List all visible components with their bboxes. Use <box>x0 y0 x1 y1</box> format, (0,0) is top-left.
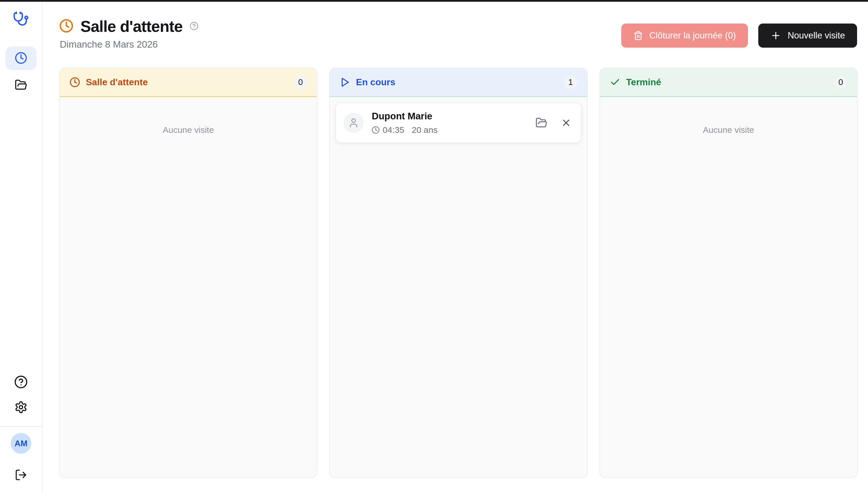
visit-info: Dupont Marie 04:35 20 ans <box>372 111 437 135</box>
clock-icon <box>69 77 80 87</box>
column-waiting-room-body: Aucune visite <box>60 97 317 477</box>
open-patient-file-button[interactable] <box>535 117 547 129</box>
new-visit-button[interactable]: Nouvelle visite <box>758 23 857 48</box>
help-button[interactable] <box>14 375 28 390</box>
column-count-badge: 0 <box>294 76 307 89</box>
column-done-body: Aucune visite <box>600 97 857 477</box>
close-day-button[interactable]: Clôturer la journée (0) <box>621 23 748 48</box>
gear-icon <box>14 401 27 415</box>
logout-icon <box>15 469 27 482</box>
column-in-progress: En cours 1 Dupont Marie <box>329 68 587 478</box>
heading-block: Salle d'attente Dimanche 8 Mars 2026 <box>59 17 199 50</box>
stethoscope-icon <box>13 23 29 28</box>
column-waiting-room: Salle d'attente 0 Aucune visite <box>59 68 317 478</box>
close-icon <box>561 117 572 128</box>
sidebar-nav <box>5 46 37 97</box>
patient-avatar <box>344 113 364 133</box>
empty-state-text: Aucune visite <box>65 125 311 135</box>
help-circle-icon <box>14 375 28 390</box>
sidebar-item-waiting-room[interactable] <box>5 46 37 70</box>
column-count-badge: 0 <box>834 76 847 89</box>
user-avatar[interactable]: AM <box>11 433 31 454</box>
column-done: Terminé 0 Aucune visite <box>599 68 857 478</box>
empty-state-text: Aucune visite <box>606 125 851 135</box>
sidebar-item-patient-files[interactable] <box>5 73 37 97</box>
waiting-room-clock-icon <box>59 19 74 34</box>
settings-button[interactable] <box>14 401 27 415</box>
avatar-initials: AM <box>14 439 27 448</box>
new-visit-button-label: Nouvelle visite <box>788 30 845 41</box>
patient-age: 20 ans <box>412 125 437 135</box>
visit-card[interactable]: Dupont Marie 04:35 20 ans <box>335 103 581 143</box>
trash-icon <box>633 31 643 40</box>
column-in-progress-header: En cours 1 <box>330 68 587 97</box>
folder-open-icon <box>535 117 547 129</box>
plus-icon <box>770 30 781 41</box>
visit-card-actions <box>535 117 572 129</box>
main-content: Salle d'attente Dimanche 8 Mars 2026 Clô… <box>42 2 868 493</box>
kanban-board: Salle d'attente 0 Aucune visite En cours <box>59 68 857 478</box>
column-in-progress-body: Dupont Marie 04:35 20 ans <box>330 97 587 477</box>
folder-open-icon <box>15 79 27 92</box>
column-count-badge: 1 <box>564 76 577 89</box>
column-done-header: Terminé 0 <box>600 68 857 97</box>
cancel-visit-button[interactable] <box>561 117 572 128</box>
page-title: Salle d'attente <box>80 17 183 36</box>
header-actions: Clôturer la journée (0) Nouvelle visite <box>621 23 857 48</box>
page-date: Dimanche 8 Mars 2026 <box>60 39 199 50</box>
patient-name: Dupont Marie <box>372 111 437 122</box>
page-header: Salle d'attente Dimanche 8 Mars 2026 Clô… <box>59 17 857 50</box>
app-logo <box>13 11 29 28</box>
clock-icon <box>15 52 27 65</box>
column-waiting-room-header: Salle d'attente 0 <box>60 68 317 97</box>
sidebar: AM <box>0 2 42 493</box>
help-circle-icon <box>190 27 199 31</box>
title-help-button[interactable] <box>190 22 199 31</box>
close-day-button-label: Clôturer la journée (0) <box>649 30 736 41</box>
clock-icon <box>372 126 380 134</box>
user-icon <box>348 117 359 128</box>
sidebar-divider <box>0 426 42 427</box>
logout-button[interactable] <box>15 469 27 482</box>
check-icon <box>610 77 620 87</box>
column-title: Salle d'attente <box>86 77 148 87</box>
play-icon <box>339 77 350 87</box>
column-title: En cours <box>356 77 395 87</box>
visit-timer: 04:35 <box>383 125 404 135</box>
app-root: AM Salle d'attente <box>0 2 868 493</box>
column-title: Terminé <box>626 77 661 87</box>
